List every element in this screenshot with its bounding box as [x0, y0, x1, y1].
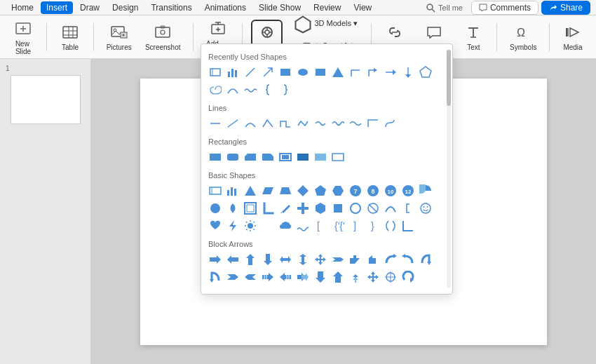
shape-rect2[interactable]: [312, 64, 329, 81]
shape-crescent[interactable]: [259, 217, 276, 234]
shape-bent-arrow-r[interactable]: [365, 64, 381, 81]
shape-badge7[interactable]: 7: [347, 182, 364, 199]
shape-circular-arrow[interactable]: [400, 269, 416, 285]
shape-triangle2[interactable]: [242, 182, 259, 199]
shape-line10[interactable]: [365, 115, 381, 132]
shape-brace-open[interactable]: [259, 81, 276, 98]
tell-me-text[interactable]: Tell me: [438, 4, 463, 12]
shape-block-right[interactable]: [207, 251, 224, 268]
shape-move-icon[interactable]: [365, 269, 381, 285]
shape-no-entry[interactable]: [365, 200, 381, 217]
symbols-button[interactable]: Ω Symbols: [506, 20, 541, 54]
shape-line8[interactable]: [330, 115, 346, 132]
shape-rect-dark[interactable]: [294, 149, 311, 166]
shape-pentagon[interactable]: [417, 64, 434, 81]
media-button[interactable]: Media: [558, 20, 588, 54]
menu-item-home[interactable]: Home: [6, 1, 39, 14]
shape-bracket[interactable]: [400, 200, 416, 217]
shape-lightning[interactable]: [224, 217, 241, 234]
shape-badge8[interactable]: 8: [365, 182, 381, 199]
shape-block-4way[interactable]: [312, 251, 329, 268]
shape-pie[interactable]: [417, 182, 434, 199]
shape-spiral[interactable]: [207, 81, 224, 98]
shape-arrow-right[interactable]: [382, 64, 399, 81]
shape-bent-up-l[interactable]: [365, 251, 381, 268]
shape-diamond[interactable]: [294, 182, 311, 199]
shape-line5[interactable]: [277, 115, 294, 132]
shape-heart[interactable]: [207, 217, 224, 234]
shape-curved-r2[interactable]: [382, 251, 399, 268]
shape-frame[interactable]: [242, 200, 259, 217]
shape-block-up2[interactable]: [330, 269, 346, 285]
shape-hex3[interactable]: [312, 200, 329, 217]
menu-item-draw[interactable]: Draw: [74, 1, 105, 14]
shape-pentagon2[interactable]: [312, 182, 329, 199]
shape-crosshair[interactable]: [382, 269, 399, 285]
shape-u-turn-r[interactable]: [417, 251, 434, 268]
shape-oval[interactable]: [294, 64, 311, 81]
shape-line1[interactable]: [207, 115, 224, 132]
menu-item-animations[interactable]: Animations: [199, 1, 252, 14]
shape-line2[interactable]: [224, 115, 241, 132]
shape-block-up[interactable]: [242, 251, 259, 268]
shape-triangle[interactable]: [330, 64, 346, 81]
shape-line6[interactable]: [294, 115, 311, 132]
shape-striped-l[interactable]: [277, 269, 294, 285]
shape-circle2[interactable]: [347, 200, 364, 217]
shape-block-lr[interactable]: [277, 251, 294, 268]
shape-L[interactable]: [259, 200, 276, 217]
share-button[interactable]: Share: [541, 1, 590, 15]
shape-sq-bracket-close[interactable]: ]: [347, 217, 364, 234]
shape-arc[interactable]: [382, 200, 399, 217]
shape-chevron-arrow[interactable]: [330, 251, 346, 268]
shape-textbox[interactable]: [207, 64, 224, 81]
shape-striped-r[interactable]: [259, 269, 276, 285]
shape-curved-line[interactable]: [224, 81, 241, 98]
shape-rect-outline[interactable]: [330, 149, 346, 166]
shape-block-down2[interactable]: [312, 269, 329, 285]
shape-plus[interactable]: [294, 200, 311, 217]
shape-rect-light[interactable]: [312, 149, 329, 166]
shape-block-ud[interactable]: [294, 251, 311, 268]
shape-oval2[interactable]: [207, 200, 224, 217]
shape-bent-line[interactable]: [347, 64, 364, 81]
shape-rect-frame[interactable]: [277, 149, 294, 166]
3dmodels-button[interactable]: 3D Models ▾: [288, 11, 362, 36]
menu-item-insert[interactable]: Insert: [41, 1, 73, 14]
shape-notch-l[interactable]: [242, 269, 259, 285]
shape-parallelogram[interactable]: [259, 182, 276, 199]
shape-rect[interactable]: [277, 64, 294, 81]
shape-rect-rounded[interactable]: [224, 149, 241, 166]
shape-hexagon[interactable]: [330, 182, 346, 199]
comments-button[interactable]: Comments: [471, 1, 539, 15]
shape-bent-up-r[interactable]: [347, 251, 364, 268]
shape-cloud[interactable]: [277, 217, 294, 234]
shape-teardrop[interactable]: [224, 200, 241, 217]
pictures-button[interactable]: Pictures: [102, 20, 135, 54]
shape-badge12[interactable]: 12: [400, 182, 416, 199]
slide-thumbnail[interactable]: [11, 75, 81, 124]
shape-curly-close[interactable]: }: [365, 217, 381, 234]
screenshot-button[interactable]: Screenshot: [141, 20, 184, 54]
shape-sun[interactable]: [242, 217, 259, 234]
shape-badge10[interactable]: 10: [382, 182, 399, 199]
shape-line4[interactable]: [259, 115, 276, 132]
shape-sq-bracket-open[interactable]: [: [312, 217, 329, 234]
shape-notch-r[interactable]: [224, 269, 241, 285]
shape-pencil[interactable]: [277, 200, 294, 217]
shape-basic-chart[interactable]: [224, 182, 241, 199]
shape-angle[interactable]: [400, 217, 416, 234]
shape-double-block-r[interactable]: [294, 269, 311, 285]
shapes-scrollbar[interactable]: [447, 50, 451, 288]
shape-arrow-down[interactable]: [400, 64, 416, 81]
shape-square2[interactable]: [330, 200, 346, 217]
shape-basic-textbox[interactable]: [207, 182, 224, 199]
text-button[interactable]: Text: [459, 20, 488, 54]
shape-trapezoid[interactable]: [277, 182, 294, 199]
shape-brace-close[interactable]: [277, 81, 294, 98]
shape-line-diag[interactable]: [242, 64, 259, 81]
shape-wavy[interactable]: [294, 217, 311, 234]
shape-stacked-arrows[interactable]: [347, 269, 364, 285]
shape-u-turn-l[interactable]: [207, 269, 224, 285]
shape-rect-snip2[interactable]: [259, 149, 276, 166]
